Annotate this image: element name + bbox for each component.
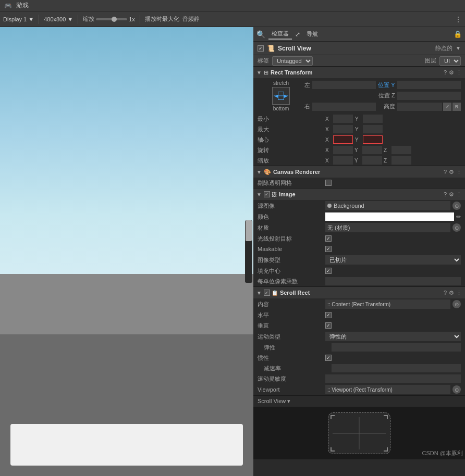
scale-row: 缩放 X1 Y1 Z1: [253, 155, 465, 166]
elasticity-input[interactable]: 0.1: [332, 343, 461, 352]
right-input[interactable]: 0: [312, 103, 376, 111]
image-enable-checkbox[interactable]: ✓: [264, 191, 270, 197]
image-settings-icon[interactable]: ⚙: [449, 191, 454, 198]
lock-icon[interactable]: 🔒: [454, 30, 462, 38]
scroll-help-icon[interactable]: ?: [444, 290, 447, 296]
vertical-checkbox[interactable]: ✓: [325, 322, 332, 329]
image-menu-icon[interactable]: ⋮: [456, 191, 462, 198]
movement-select[interactable]: 弹性的: [325, 332, 461, 341]
height-field: 200 ⤢ R: [397, 103, 461, 111]
canvas-renderer-content: 剔除透明网格: [253, 178, 465, 188]
horizontal-row: 水平 ✓: [253, 310, 465, 320]
scroll-menu-icon[interactable]: ⋮: [456, 290, 462, 296]
source-image-select-btn[interactable]: ⊙: [452, 202, 461, 210]
pixels-unit-row: 每单位像素乘数 1: [253, 276, 465, 286]
display-select[interactable]: Display 1 ▼: [3, 16, 34, 22]
image-header[interactable]: ▼ ✓ 🖼 Image ? ⚙ ⋮: [253, 189, 465, 200]
inspector-scroll[interactable]: ▼ ⊞ Rect Transform ? ⚙ ⋮ stretch: [253, 67, 465, 476]
active-checkbox[interactable]: ✓: [258, 45, 264, 52]
rect-transform-header[interactable]: ▼ ⊞ Rect Transform ? ⚙ ⋮: [253, 67, 465, 78]
canvas-help-icon[interactable]: ?: [444, 169, 447, 176]
static-chevron[interactable]: ▼: [456, 45, 461, 51]
rect-help-icon[interactable]: ?: [444, 69, 447, 76]
inspector-icon: 🔍: [256, 30, 265, 39]
canvas-settings-icon[interactable]: ⚙: [449, 169, 454, 176]
height-input[interactable]: 200: [397, 103, 442, 111]
resolution-select[interactable]: 480x800 ▼: [44, 16, 73, 22]
playmode-button[interactable]: 播放时最大化: [145, 15, 179, 23]
expand-btn[interactable]: ⤢: [443, 103, 451, 111]
image-type-select[interactable]: 已切片: [325, 255, 461, 265]
scroll-check-wrap: ✓ 📋: [264, 290, 278, 296]
scale-xyz: X1 Y1 Z1: [325, 156, 461, 165]
rect-icon: ⊞: [264, 69, 268, 76]
material-select-btn[interactable]: ⊙: [452, 223, 461, 232]
inertia-row: 惯性 ✓: [253, 353, 465, 363]
rot-z-input[interactable]: 0: [391, 146, 411, 154]
scroll-track[interactable]: [245, 220, 252, 283]
scroll-view-bottom-row[interactable]: Scroll View ▾: [253, 396, 465, 407]
rotation-value: X0 Y0 Z0: [325, 146, 461, 154]
left-input[interactable]: 0: [312, 81, 376, 89]
anchor-box[interactable]: ◀ ▶: [272, 87, 290, 105]
fill-center-checkbox[interactable]: ✓: [325, 268, 332, 274]
audio-button[interactable]: 音频静: [182, 15, 200, 23]
decel-input[interactable]: 0.135: [332, 364, 461, 372]
scroll-rect-section: ▼ ✓ 📋 Scroll Rect ? ⚙ ⋮ 内容: [253, 287, 465, 396]
horizontal-checkbox[interactable]: ✓: [325, 312, 332, 318]
scroll-sens-input[interactable]: 1: [325, 374, 461, 383]
canvas-arrow: ▼: [256, 169, 262, 175]
rotation-xyz: X0 Y0 Z0: [325, 146, 461, 154]
scroll-enable-checkbox[interactable]: ✓: [264, 290, 270, 296]
pivot-x-input[interactable]: 0.5: [333, 135, 353, 144]
scroll-rect-content: 内容 :: Content (Rect Transform) ⊙ 水平 ✓: [253, 298, 465, 395]
display-label: Display 1: [3, 16, 27, 22]
canvas-menu-icon[interactable]: ⋮: [456, 169, 462, 176]
resolution-chevron: ▼: [67, 16, 73, 22]
inertia-label: 惯性: [258, 354, 325, 362]
vertical-label: 垂直: [258, 322, 325, 330]
anchor-max-x-input[interactable]: 1: [333, 125, 353, 133]
top-bar-title: 游戏: [16, 1, 29, 10]
color-swatch[interactable]: [325, 212, 454, 221]
fill-center-label: 填充中心: [258, 267, 325, 275]
pixels-unit-input[interactable]: 1: [325, 277, 461, 285]
scroll-settings-icon[interactable]: ⚙: [449, 290, 454, 296]
maskable-checkbox[interactable]: ✓: [325, 246, 332, 252]
zoom-handle[interactable]: [112, 17, 117, 22]
scroll-thumb[interactable]: [246, 220, 252, 241]
scale-z-input[interactable]: 1: [391, 156, 411, 165]
scroll-rect-header[interactable]: ▼ ✓ 📋 Scroll Rect ? ⚙ ⋮: [253, 287, 465, 298]
image-help-icon[interactable]: ?: [444, 191, 447, 198]
pivot-y-input[interactable]: 0: [363, 135, 383, 144]
anchor-min-y-input[interactable]: 0: [363, 115, 383, 123]
edit-color-icon[interactable]: ✏: [456, 214, 461, 220]
scale-x-input[interactable]: 1: [333, 156, 353, 165]
content-select-btn[interactable]: ⊙: [452, 300, 461, 308]
navigation-tab[interactable]: 导航: [303, 29, 321, 39]
pos-y-input[interactable]: 0: [397, 81, 461, 89]
scroll-rect-title: Scroll Rect: [280, 290, 442, 296]
canvas-renderer-header[interactable]: ▼ 🎨 Canvas Renderer ? ⚙ ⋮: [253, 166, 465, 178]
pos-z-input[interactable]: 0: [397, 92, 461, 100]
rect-transform-section: ▼ ⊞ Rect Transform ? ⚙ ⋮ stretch: [253, 67, 465, 166]
layer-select[interactable]: UI: [439, 56, 461, 66]
scale-y-input[interactable]: 1: [362, 156, 382, 165]
r-btn[interactable]: R: [452, 103, 461, 111]
anchor-max-label: 最大: [258, 126, 325, 133]
rot-x-input[interactable]: 0: [333, 146, 353, 154]
options-icon[interactable]: ⋮: [455, 15, 462, 23]
raycast-checkbox[interactable]: ✓: [325, 235, 332, 242]
cull-checkbox[interactable]: [325, 180, 332, 186]
anchor-min-x-input[interactable]: 0: [333, 115, 353, 123]
zoom-slider[interactable]: [96, 18, 127, 20]
rect-menu-icon[interactable]: ⋮: [456, 69, 462, 76]
rot-y-input[interactable]: 0: [362, 146, 382, 154]
viewport-select-btn[interactable]: ⊙: [452, 385, 461, 394]
anchor-max-y-input[interactable]: 0: [363, 125, 383, 133]
inertia-checkbox[interactable]: ✓: [325, 355, 332, 361]
scroll-sens-value: 1: [325, 374, 461, 383]
tag-select[interactable]: Untagged: [272, 56, 313, 66]
rect-settings-icon[interactable]: ⚙: [449, 69, 454, 76]
inspector-tab[interactable]: 检查器: [268, 29, 292, 40]
